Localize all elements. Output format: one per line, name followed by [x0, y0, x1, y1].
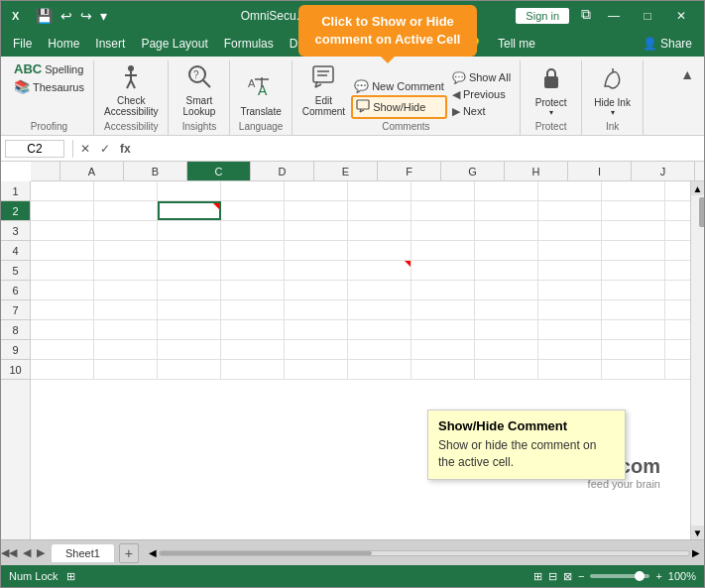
menu-pagelayout[interactable]: Page Layout — [133, 34, 215, 54]
cell-g5[interactable] — [411, 261, 475, 280]
zoom-level[interactable]: 100% — [668, 570, 696, 582]
cell-j4[interactable] — [602, 241, 665, 260]
show-all-comments-button[interactable]: 💬 Show All — [449, 69, 514, 85]
cell-h3[interactable] — [475, 221, 538, 240]
cell-f3[interactable] — [348, 221, 411, 240]
cell-f1[interactable] — [348, 181, 411, 200]
cell-a6[interactable] — [31, 281, 94, 299]
cell-b1[interactable] — [94, 181, 158, 200]
scroll-up-button[interactable]: ▲ — [691, 181, 705, 195]
cell-d1[interactable] — [221, 181, 285, 200]
zoom-plus-button[interactable]: + — [655, 570, 661, 582]
cell-a3[interactable] — [31, 221, 94, 240]
tab-scroll-next[interactable]: ▶ — [37, 546, 45, 559]
sheet-tab-1[interactable]: Sheet1 — [51, 543, 115, 562]
cell-j5[interactable] — [602, 261, 665, 280]
cell-c5[interactable] — [158, 261, 221, 280]
cell-g3[interactable] — [411, 221, 475, 240]
undo-button[interactable]: ↩ — [58, 7, 75, 25]
cell-i3[interactable] — [538, 221, 602, 240]
cell-h4[interactable] — [475, 241, 538, 260]
cell-g4[interactable] — [411, 241, 475, 260]
cell-h5[interactable] — [475, 261, 538, 280]
cell-c4[interactable] — [158, 241, 221, 260]
hscroll-left-button[interactable]: ◀ — [149, 547, 157, 558]
cell-b2[interactable] — [94, 201, 158, 220]
menu-tellme[interactable]: Tell me — [490, 34, 543, 54]
cell-d4[interactable] — [221, 241, 285, 260]
menu-home[interactable]: Home — [40, 34, 87, 54]
menu-formulas[interactable]: Formulas — [216, 34, 282, 54]
minimize-button[interactable]: — — [599, 6, 629, 26]
page-layout-button[interactable]: ⊟ — [548, 570, 557, 583]
hscroll-thumb[interactable] — [160, 551, 372, 555]
cell-g2[interactable] — [411, 201, 475, 220]
hscroll-track[interactable] — [159, 550, 690, 556]
spelling-button[interactable]: ABC Spelling — [11, 60, 86, 77]
save-button[interactable]: 💾 — [33, 7, 56, 25]
normal-view-button[interactable]: ⊞ — [533, 570, 542, 583]
ribbon-collapse-icon[interactable]: ▲ — [676, 64, 698, 84]
next-comment-button[interactable]: ▶ Next — [449, 103, 514, 119]
cell-name-box[interactable]: C2 — [5, 140, 64, 158]
cell-e2[interactable] — [285, 201, 348, 220]
cell-f5[interactable] — [348, 261, 411, 280]
new-comment-button[interactable]: 💬 New Comment — [351, 78, 447, 94]
add-sheet-button[interactable]: + — [119, 543, 139, 563]
confirm-formula-icon[interactable]: ✓ — [97, 141, 113, 157]
translate-button[interactable]: AA Translate — [236, 71, 285, 119]
vertical-scrollbar[interactable]: ▲ ▼ — [690, 181, 704, 539]
cell-f2[interactable] — [348, 201, 411, 220]
check-accessibility-button[interactable]: CheckAccessibility — [100, 60, 162, 119]
cancel-formula-icon[interactable]: ✕ — [77, 141, 93, 157]
redo-button[interactable]: ↪ — [77, 7, 95, 25]
cell-a5[interactable] — [31, 261, 94, 280]
cell-i5[interactable] — [538, 261, 602, 280]
tab-scroll-prev[interactable]: ◀ — [23, 546, 31, 559]
restore-down-icon[interactable]: ⧉ — [577, 6, 595, 26]
insert-function-icon[interactable]: fx — [117, 141, 134, 157]
cell-h2[interactable] — [475, 201, 538, 220]
hide-ink-button[interactable]: Hide Ink ▾ — [590, 62, 635, 119]
tab-scroll-left[interactable]: ◀◀ — [1, 546, 17, 559]
cell-a2[interactable] — [31, 201, 94, 220]
cell-j3[interactable] — [602, 221, 665, 240]
cell-f4[interactable] — [348, 241, 411, 260]
show-hide-comment-button[interactable]: Show/Hide — [351, 95, 447, 119]
cell-e5[interactable] — [285, 261, 348, 280]
cell-i4[interactable] — [538, 241, 602, 260]
cell-h1[interactable] — [475, 181, 538, 200]
cell-c2[interactable] — [158, 201, 221, 220]
prev-comment-button[interactable]: ◀ Previous — [449, 86, 514, 102]
cell-c1[interactable] — [158, 181, 221, 200]
cell-e3[interactable] — [285, 221, 348, 240]
horizontal-scrollbar[interactable]: ◀ ▶ — [149, 547, 700, 558]
hscroll-right-button[interactable]: ▶ — [692, 547, 700, 558]
cell-d5[interactable] — [221, 261, 285, 280]
close-button[interactable]: ✕ — [666, 6, 696, 26]
menu-share[interactable]: 👤 Share — [635, 34, 700, 54]
menu-insert[interactable]: Insert — [87, 34, 133, 54]
zoom-thumb[interactable] — [635, 571, 645, 581]
formula-input[interactable] — [138, 142, 700, 156]
cell-a4[interactable] — [31, 241, 94, 260]
smart-lookup-button[interactable]: ? SmartLookup — [177, 60, 221, 119]
cell-d3[interactable] — [221, 221, 285, 240]
cell-g1[interactable] — [411, 181, 475, 200]
page-break-button[interactable]: ⊠ — [563, 570, 572, 583]
cell-b3[interactable] — [94, 221, 158, 240]
thesaurus-button[interactable]: 📚 Thesaurus — [11, 78, 87, 95]
zoom-slider[interactable] — [590, 574, 649, 578]
menu-file[interactable]: File — [5, 34, 40, 54]
zoom-minus-button[interactable]: − — [578, 570, 584, 582]
scroll-down-button[interactable]: ▼ — [691, 526, 705, 539]
maximize-button[interactable]: □ — [633, 6, 662, 26]
signin-button[interactable]: Sign in — [516, 8, 569, 24]
edit-comment-button[interactable]: EditComment — [298, 60, 349, 119]
cell-e4[interactable] — [285, 241, 348, 260]
cell-b5[interactable] — [94, 261, 158, 280]
customize-qat-button[interactable]: ▾ — [97, 7, 110, 25]
cell-e1[interactable] — [285, 181, 348, 200]
scroll-thumb[interactable] — [699, 197, 705, 227]
cell-c3[interactable] — [158, 221, 221, 240]
